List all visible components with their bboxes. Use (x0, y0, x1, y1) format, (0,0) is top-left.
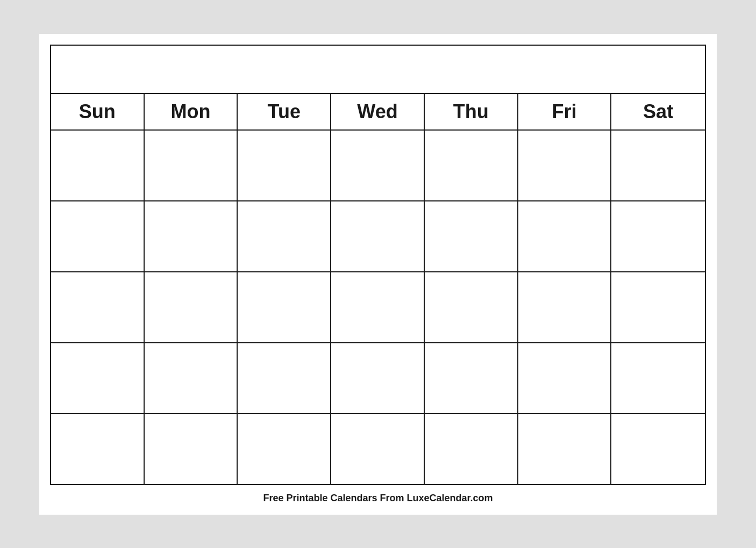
day-cell[interactable] (51, 414, 145, 484)
day-cell[interactable] (145, 414, 238, 484)
calendar-container: Sun Mon Tue Wed Thu Fri Sat (50, 45, 706, 485)
calendar-week-row-3 (51, 272, 705, 343)
header-sun: Sun (51, 94, 145, 129)
day-cell[interactable] (518, 272, 612, 342)
day-cell[interactable] (331, 343, 425, 413)
day-cell[interactable] (145, 272, 238, 342)
day-cell[interactable] (518, 201, 612, 271)
calendar-week-row-4 (51, 343, 705, 414)
calendar-header-row: Sun Mon Tue Wed Thu Fri Sat (51, 94, 705, 131)
day-cell[interactable] (51, 272, 145, 342)
day-cell[interactable] (611, 201, 705, 271)
day-cell[interactable] (238, 131, 331, 200)
day-cell[interactable] (238, 272, 331, 342)
day-cell[interactable] (51, 201, 145, 271)
calendar-week-row-2 (51, 201, 705, 272)
day-cell[interactable] (331, 414, 425, 484)
day-cell[interactable] (51, 343, 145, 413)
day-cell[interactable] (425, 414, 518, 484)
day-cell[interactable] (518, 414, 612, 484)
day-cell[interactable] (425, 201, 518, 271)
footer-text: Free Printable Calendars From LuxeCalend… (263, 493, 493, 504)
day-cell[interactable] (145, 201, 238, 271)
day-cell[interactable] (611, 343, 705, 413)
calendar-week-row-5 (51, 414, 705, 484)
day-cell[interactable] (425, 343, 518, 413)
day-cell[interactable] (611, 414, 705, 484)
calendar-body (51, 131, 705, 484)
day-cell[interactable] (238, 414, 331, 484)
day-cell[interactable] (518, 343, 612, 413)
header-fri: Fri (518, 94, 612, 129)
day-cell[interactable] (331, 201, 425, 271)
header-wed: Wed (331, 94, 425, 129)
day-cell[interactable] (331, 131, 425, 200)
header-sat: Sat (611, 94, 705, 129)
header-tue: Tue (238, 94, 331, 129)
day-cell[interactable] (518, 131, 612, 200)
calendar-week-row-1 (51, 131, 705, 201)
page-wrapper: Sun Mon Tue Wed Thu Fri Sat (39, 34, 717, 515)
calendar-title-row (51, 46, 705, 94)
day-cell[interactable] (51, 131, 145, 200)
day-cell[interactable] (425, 272, 518, 342)
day-cell[interactable] (611, 131, 705, 200)
day-cell[interactable] (331, 272, 425, 342)
day-cell[interactable] (145, 343, 238, 413)
day-cell[interactable] (145, 131, 238, 200)
day-cell[interactable] (611, 272, 705, 342)
header-mon: Mon (145, 94, 238, 129)
header-thu: Thu (425, 94, 518, 129)
day-cell[interactable] (238, 343, 331, 413)
day-cell[interactable] (425, 131, 518, 200)
day-cell[interactable] (238, 201, 331, 271)
